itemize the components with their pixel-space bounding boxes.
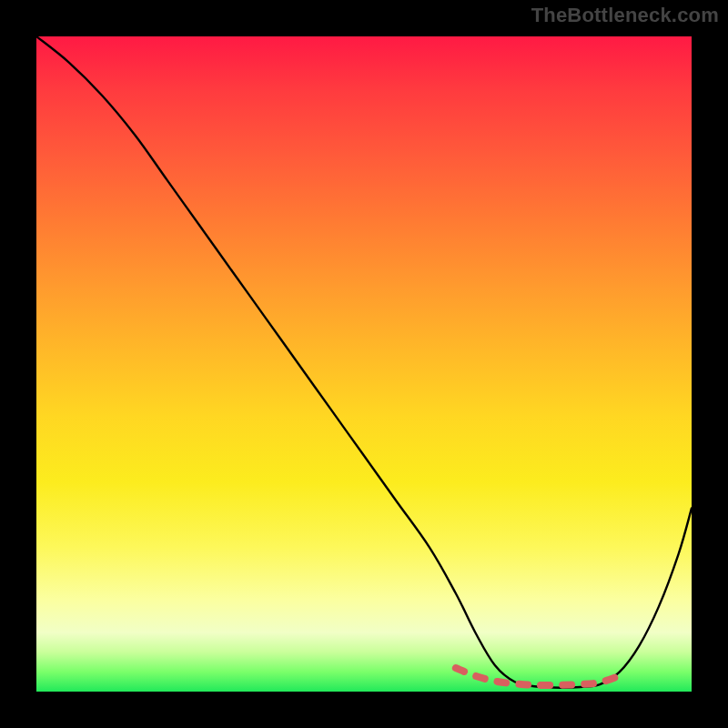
bottleneck-curve-path xyxy=(36,36,692,688)
watermark-text: TheBottleneck.com xyxy=(531,4,719,27)
chart-svg xyxy=(36,36,692,692)
plot-area xyxy=(36,36,692,692)
chart-frame: TheBottleneck.com xyxy=(0,0,728,728)
optimal-range-marker-path xyxy=(456,668,620,685)
